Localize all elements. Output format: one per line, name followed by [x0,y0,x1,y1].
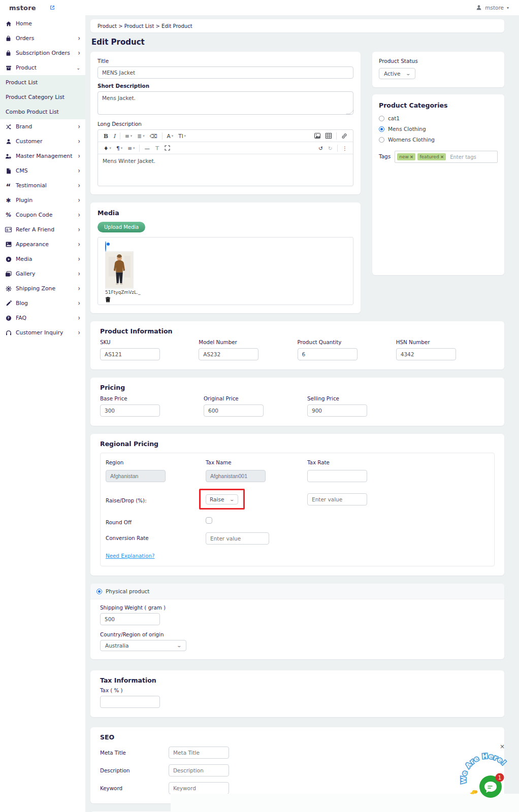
bold-icon[interactable]: B [101,133,111,139]
insert-image-icon[interactable] [312,133,323,139]
sidebar-item-gallery[interactable]: Gallery› [0,266,85,281]
external-link-icon[interactable] [49,5,55,11]
product-status-select[interactable]: Active ⌄ [379,68,415,79]
tax-percent-input[interactable] [100,696,160,708]
selling-price-input[interactable] [307,404,367,417]
product-quantity-input[interactable] [298,348,358,360]
sidebar-item-customer[interactable]: Customer› [0,134,85,149]
title-input[interactable] [98,66,353,79]
eraser-icon[interactable]: ⌫ [147,133,160,139]
tax-rate-input[interactable] [307,470,367,482]
base-price-label: Base Price [100,395,204,401]
sidebar-item-blog[interactable]: Blog› [0,296,85,311]
sidebar-item-refer-a-friend[interactable]: Refer A Friend› [0,222,85,237]
keyword-label: Keyword [100,785,169,791]
sidebar-item-product[interactable]: Product⌄ [0,60,85,75]
remove-tag-icon[interactable]: × [410,154,414,159]
tax-information-title: Tax Information [100,676,495,684]
model-number-input[interactable] [199,348,258,360]
close-icon[interactable]: × [500,743,505,750]
conversion-rate-input[interactable] [206,532,269,545]
link-icon[interactable] [339,133,350,139]
sku-input[interactable] [100,348,160,360]
chevron-down-icon: ⌄ [406,71,411,76]
breadcrumb-text[interactable]: Product > Product List > Edit Product [98,23,192,29]
sidebar-item-cms[interactable]: CMS› [0,163,85,178]
indent-icon[interactable]: ⊤ [152,145,162,151]
raise-drop-value-input[interactable] [307,493,367,505]
base-price-input[interactable] [100,404,160,417]
user-menu[interactable]: mstore ▾ [476,5,509,11]
short-desc-textarea[interactable]: Mens Jacket. [98,91,353,115]
tags-input[interactable]: new× featured× Enter tags [395,151,498,163]
font-size-icon[interactable]: Tl ▾ [176,133,188,139]
sidebar-item-label: Media [16,256,78,262]
sidebar-item-product-category-list[interactable]: Product Category List [0,90,85,105]
chevron-right-icon: › [78,122,80,131]
delete-media-icon[interactable] [105,295,111,304]
need-explanation-link[interactable]: Need Explanation? [106,553,155,559]
sidebar-item-master-management[interactable]: Master Management› [0,149,85,163]
horizontal-rule-icon[interactable]: — [142,145,152,151]
category-option-womens-clothing[interactable]: Womens Clothing [379,137,498,143]
product-status-card: Product Status Active ⌄ [372,52,504,87]
sidebar-item-shipping-zone[interactable]: Shipping Zone› [0,281,85,296]
round-off-checkbox[interactable] [206,517,212,524]
bullet-list-icon[interactable]: ≡ ▾ [122,133,135,139]
seo-description-input[interactable] [169,764,229,776]
sidebar-item-orders[interactable]: Orders› [0,31,85,46]
sidebar-item-media[interactable]: Media› [0,252,85,266]
remove-tag-icon[interactable]: × [440,154,444,159]
sidebar-item-coupon-code[interactable]: %Coupon Code› [0,208,85,222]
meta-title-input[interactable] [169,747,229,759]
sidebar-item-faq[interactable]: ?FAQ› [0,311,85,325]
category-option-mens-clothing[interactable]: Mens Clothing [379,126,498,132]
italic-icon[interactable]: I [111,133,118,139]
long-desc-content[interactable]: Mens Winter Jacket. [98,154,353,186]
sidebar-item-combo-product-list[interactable]: Combo Product List [0,105,85,119]
regional-pricing-card: Regional Pricing Region Tax Name Tax Rat… [90,434,504,576]
sidebar-item-home[interactable]: Home [0,16,85,31]
undo-icon[interactable]: ↺ [316,145,326,151]
more-options-icon[interactable]: ⋮ [340,145,350,151]
origin-select[interactable]: Australia ⌄ [100,640,186,651]
redo-icon[interactable]: ↻ [326,145,335,151]
keyword-input[interactable] [169,782,229,794]
tax-name-input [206,470,266,482]
origin-value: Australia [105,642,128,649]
sidebar-item-label: Combo Product List [6,109,80,115]
fullscreen-icon[interactable] [162,145,173,151]
paragraph-icon[interactable]: ¶ ▾ [114,145,125,151]
sidebar-item-brand[interactable]: Brand› [0,119,85,134]
product-quantity-label: Product Quantity [298,339,396,345]
brush-color-icon[interactable]: ♦ ▾ [101,145,114,151]
raise-drop-select[interactable]: Raise ⌄ [206,494,238,504]
sidebar-item-appearance[interactable]: Appearance› [0,237,85,252]
hsn-number-input[interactable] [396,348,456,360]
physical-product-radio[interactable] [96,589,102,594]
tag-chip[interactable]: featured× [417,153,446,160]
sidebar-item-label: Appearance [16,241,78,248]
font-color-icon[interactable]: A ▾ [165,133,176,139]
media-select-radio[interactable] [105,241,106,252]
sidebar-item-label: Customer [16,138,78,145]
upload-media-button[interactable]: Upload Media [98,222,145,232]
ordered-list-icon[interactable]: ≣ ▾ [135,133,147,139]
category-label: Womens Clothing [388,137,435,143]
product-status-value: Active [384,71,400,77]
sidebar-item-customer-inquiry[interactable]: Customer Inquiry› [0,325,85,340]
original-price-input[interactable] [204,404,264,417]
sidebar-item-testimonial[interactable]: “Testimonial› [0,178,85,193]
insert-table-icon[interactable] [323,133,334,139]
shipping-weight-input[interactable] [100,613,160,625]
sidebar-item-subscription-orders[interactable]: Subscription Orders› [0,46,85,60]
sidebar-item-plugin[interactable]: ✱Plugin› [0,193,85,208]
chat-widget[interactable]: × We Are Here! 1 [457,747,513,803]
chevron-right-icon: › [78,328,80,337]
align-icon[interactable]: ≡ ▾ [125,145,137,151]
category-option-cat1[interactable]: cat1 [379,115,498,121]
sidebar-item-product-list[interactable]: Product List [0,75,85,90]
product-image-thumbnail[interactable] [105,251,134,289]
tag-chip[interactable]: new× [397,153,415,160]
app-logo[interactable]: mstore [9,4,36,12]
